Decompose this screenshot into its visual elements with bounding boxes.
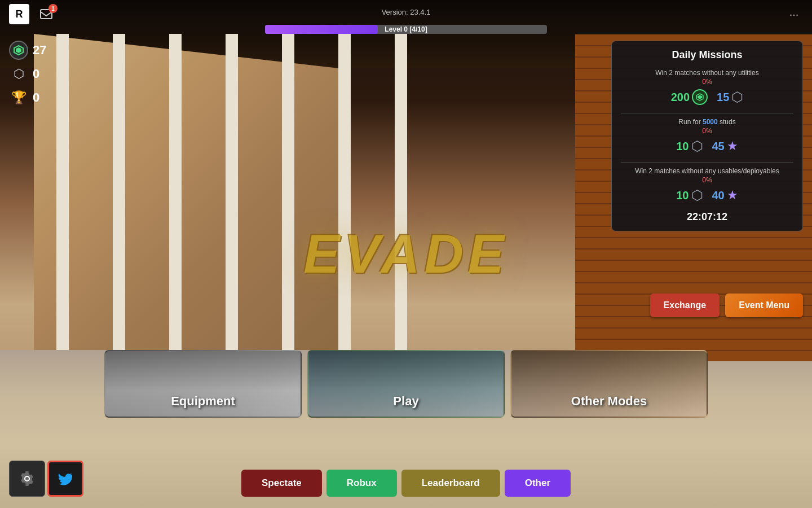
hex-icon-1: ⬡ [731,89,743,105]
leaderboard-button[interactable]: Leaderboard [401,470,500,497]
pillar [169,34,182,384]
other-modes-card[interactable]: Other Modes [510,350,708,418]
pillar [226,34,238,384]
more-options-button[interactable]: ··· [785,5,803,23]
divider-1 [621,113,793,113]
mission-3-percent: 0% [621,176,793,184]
event-menu-button[interactable]: Event Menu [725,294,803,317]
trophy-value: 0 [33,90,39,105]
exchange-button[interactable]: Exchange [650,294,720,317]
reward-star-3: 40 ★ [712,188,738,203]
evade-title: EVADE [303,223,509,285]
star-icon-3: ★ [727,188,738,203]
play-label: Play [308,394,504,409]
hex-currency-icon: ⬡ [9,64,28,84]
reward-hex-3: 10 ⬡ [676,187,703,203]
reward-green-value: 200 [671,91,690,104]
reward-green-icon [692,89,708,105]
mission-2-highlight: 5000 [703,118,718,126]
equipment-card[interactable]: Equipment [104,350,302,418]
reward-star-3-value: 40 [712,189,725,202]
green-currency-icon [9,41,28,60]
mission-1-rewards: 200 15 ⬡ [621,89,793,105]
trophy-icon: 🏆 [9,88,28,107]
play-card[interactable]: Play [307,350,505,418]
reward-hex-2-value: 10 [676,140,689,153]
green-currency-row: 27 [9,41,46,60]
mission-1-desc: Win 2 matches without any utilities [621,69,793,77]
notification-badge: 1 [48,4,58,13]
star-icon-2: ★ [727,139,738,154]
mission-3-rewards: 10 ⬡ 40 ★ [621,187,793,203]
equipment-label: Equipment [105,394,301,409]
spectate-button[interactable]: Spectate [241,470,322,497]
reward-star-2-value: 45 [712,140,725,153]
other-modes-label: Other Modes [511,394,707,409]
notification-icon[interactable]: 1 [36,4,56,24]
twitter-button[interactable] [47,461,83,497]
mission-item-2: Run for 5000 studs 0% 10 ⬡ 45 ★ [621,118,793,154]
room-pillars [34,34,457,384]
svg-marker-2 [16,47,21,53]
settings-button[interactable] [9,461,45,497]
pillar [338,34,351,384]
pillar [113,34,125,384]
xp-label: Level 0 [4/10] [265,25,547,34]
reward-hex-1: 15 ⬡ [717,89,743,105]
mission-2-desc: Run for 5000 studs [621,118,793,126]
mission-3-desc: Win 2 matches without any usables/deploy… [621,167,793,175]
roblox-logo: R [9,4,29,24]
menu-cards: Equipment Play Other Modes [104,350,708,418]
missions-timer: 22:07:12 [621,211,793,223]
missions-title: Daily Missions [621,49,793,61]
reward-hex-2: 10 ⬡ [676,138,703,154]
xp-bar-container: Level 0 [4/10] [265,25,547,34]
reward-star-2: 45 ★ [712,139,738,154]
other-button[interactable]: Other [505,470,571,497]
mission-2-percent: 0% [621,127,793,135]
hex-currency-row: ⬡ 0 [9,64,46,84]
top-bar: R 1 Version: 23.4.1 ··· [0,0,812,28]
robux-button[interactable]: Robux [326,470,397,497]
hex-currency-value: 0 [33,67,39,81]
green-currency-value: 27 [33,43,46,58]
hex-icon-3: ⬡ [691,187,703,203]
mission-item-3: Win 2 matches without any usables/deploy… [621,167,793,203]
stats-panel: 27 ⬡ 0 🏆 0 [9,41,46,112]
daily-missions-panel: Daily Missions Win 2 matches without any… [611,41,803,231]
reward-hex-1-value: 15 [717,91,729,104]
hex-icon-2: ⬡ [691,138,703,154]
mission-1-percent: 0% [621,78,793,86]
mission-item-1: Win 2 matches without any utilities 0% 2… [621,69,793,105]
trophy-currency-row: 🏆 0 [9,88,46,107]
pillar [395,34,407,384]
reward-hex-3-value: 10 [676,189,689,202]
pillar [282,34,294,384]
bottom-left-buttons [9,461,83,497]
bottom-buttons: Spectate Robux Leaderboard Other [241,470,571,497]
divider-2 [621,162,793,163]
pillar [56,34,69,384]
mission-2-rewards: 10 ⬡ 45 ★ [621,138,793,154]
version-text: Version: 23.4.1 [382,8,431,16]
reward-green: 200 [671,89,708,105]
action-buttons: Exchange Event Menu [650,294,803,317]
svg-marker-4 [698,95,702,99]
